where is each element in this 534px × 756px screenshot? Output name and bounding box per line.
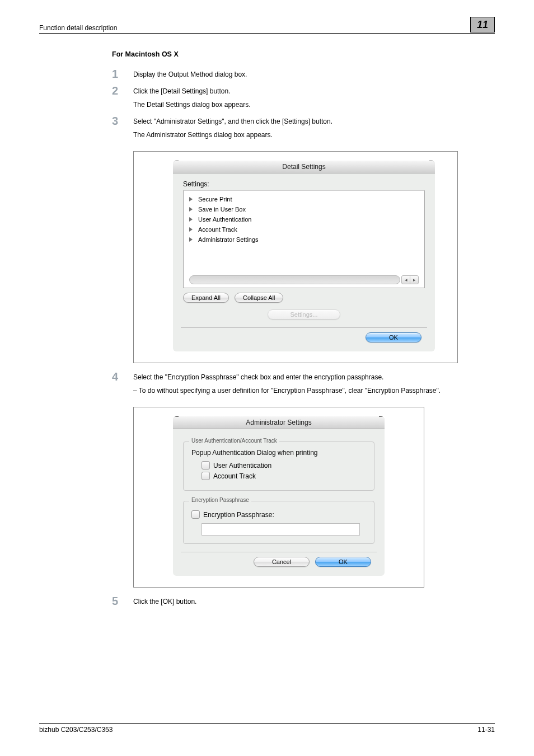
step-extra: The Administrator Settings dialog box ap… — [133, 130, 332, 140]
step-text: Click the [Detail Settings] button. — [133, 86, 250, 96]
list-item-label: Administrator Settings — [198, 236, 259, 243]
expand-all-button[interactable]: Expand All — [183, 293, 229, 303]
scroll-left-icon[interactable]: ◂ — [402, 276, 410, 284]
settings-button[interactable]: Settings... — [268, 309, 340, 320]
step-text: Select the "Encryption Passphrase" check… — [133, 372, 441, 382]
step-text: Select "Administrator Settings", and the… — [133, 116, 332, 126]
chevron-right-icon — [189, 197, 193, 201]
list-item[interactable]: User Authentication — [189, 214, 419, 224]
footer-right: 11-31 — [477, 726, 495, 734]
cancel-button[interactable]: Cancel — [254, 557, 310, 567]
list-item[interactable]: Secure Print — [189, 194, 419, 204]
checkbox-icon[interactable] — [202, 461, 210, 469]
group-user-auth: User Authentication/Account Track Popup … — [183, 442, 374, 491]
section-heading: For Macintosh OS X — [112, 50, 495, 58]
group-inner-title: Popup Authentication Dialog when printin… — [191, 449, 366, 457]
checkbox-account-track[interactable]: Account Track — [202, 472, 366, 480]
checkbox-label: Account Track — [213, 472, 256, 480]
footer-left: bizhub C203/C253/C353 — [39, 726, 113, 734]
window-title: Administrator Settings — [173, 416, 385, 429]
group-label: Encryption Passphrase — [189, 497, 251, 503]
list-item-label: Account Track — [198, 226, 237, 233]
screenshot-admin-settings: Administrator Settings User Authenticati… — [133, 407, 424, 588]
settings-list[interactable]: Secure Print Save in User Box User Authe… — [183, 190, 425, 288]
list-item[interactable]: Save in User Box — [189, 204, 419, 214]
screenshot-detail-settings: Detail Settings Settings: Secure Print S… — [133, 151, 458, 363]
chevron-right-icon — [189, 217, 193, 222]
step-number: 3 — [112, 115, 123, 143]
group-encryption: Encryption Passphrase Encryption Passphr… — [183, 501, 374, 544]
checkbox-icon[interactable] — [191, 510, 200, 519]
checkbox-label: User Authentication — [213, 462, 271, 469]
list-item-label: User Authentication — [198, 216, 251, 223]
checkbox-user-auth[interactable]: User Authentication — [202, 461, 366, 469]
group-label: User Authentication/Account Track — [189, 438, 279, 444]
checkbox-label: Encryption Passphrase: — [203, 511, 274, 519]
collapse-all-button[interactable]: Collapse All — [235, 293, 283, 303]
window-title: Detail Settings — [173, 161, 435, 173]
scroll-right-icon[interactable]: ▸ — [410, 276, 418, 284]
ok-button[interactable]: OK — [315, 557, 371, 567]
list-item[interactable]: Administrator Settings — [189, 234, 419, 245]
ok-button[interactable]: OK — [366, 332, 421, 342]
checkbox-icon[interactable] — [202, 472, 210, 480]
chevron-right-icon — [189, 227, 193, 232]
step-number: 1 — [112, 68, 123, 83]
chevron-right-icon — [189, 207, 193, 212]
encryption-passphrase-input[interactable] — [202, 523, 360, 536]
chapter-number: 11 — [470, 17, 495, 32]
detail-settings-window: Detail Settings Settings: Secure Print S… — [173, 161, 435, 351]
settings-label: Settings: — [183, 180, 425, 188]
list-item[interactable]: Account Track — [189, 224, 419, 234]
breadcrumb: Function detail description — [39, 24, 117, 32]
step-extra: The Detail Settings dialog box appears. — [133, 100, 250, 110]
step-text: Click the [OK] button. — [133, 597, 196, 607]
admin-settings-window: Administrator Settings User Authenticati… — [173, 416, 385, 576]
checkbox-encryption-passphrase[interactable]: Encryption Passphrase: — [191, 510, 366, 519]
list-item-label: Save in User Box — [198, 206, 246, 213]
step-number: 5 — [112, 595, 123, 610]
step-text: Display the Output Method dialog box. — [133, 69, 247, 79]
horizontal-scrollbar[interactable]: ◂ ▸ — [189, 275, 419, 284]
chevron-right-icon — [189, 237, 193, 242]
step-sub: – To do without specifying a user defini… — [133, 386, 441, 396]
step-number: 4 — [112, 371, 123, 399]
list-item-label: Secure Print — [198, 196, 232, 203]
step-number: 2 — [112, 85, 123, 113]
